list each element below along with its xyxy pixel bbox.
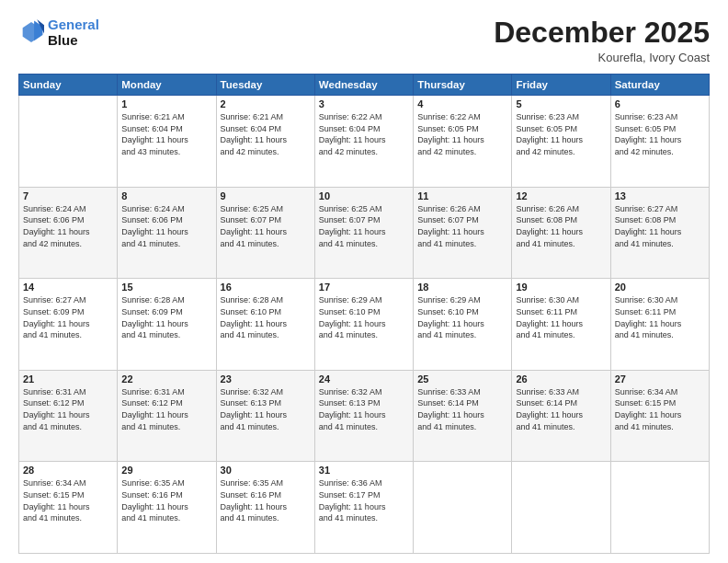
calendar-week-row: 21Sunrise: 6:31 AM Sunset: 6:12 PM Dayli… [19, 370, 710, 462]
calendar-cell [610, 462, 709, 554]
calendar-cell: 28Sunrise: 6:34 AM Sunset: 6:15 PM Dayli… [19, 462, 118, 554]
calendar-cell: 21Sunrise: 6:31 AM Sunset: 6:12 PM Dayli… [19, 370, 118, 462]
day-info: Sunrise: 6:22 AM Sunset: 6:05 PM Dayligh… [417, 111, 507, 157]
calendar-cell: 13Sunrise: 6:27 AM Sunset: 6:08 PM Dayli… [610, 187, 709, 279]
day-number: 7 [23, 190, 113, 201]
day-info: Sunrise: 6:31 AM Sunset: 6:12 PM Dayligh… [121, 386, 211, 432]
day-info: Sunrise: 6:27 AM Sunset: 6:09 PM Dayligh… [23, 294, 113, 340]
day-number: 4 [417, 98, 507, 109]
calendar-cell: 10Sunrise: 6:25 AM Sunset: 6:07 PM Dayli… [314, 187, 413, 279]
calendar-cell [414, 462, 512, 554]
day-number: 13 [615, 190, 705, 201]
day-info: Sunrise: 6:30 AM Sunset: 6:11 PM Dayligh… [615, 294, 705, 340]
page: General Blue December 2025 Kourefla, Ivo… [0, 0, 728, 563]
day-number: 1 [121, 98, 211, 109]
calendar-cell: 9Sunrise: 6:25 AM Sunset: 6:07 PM Daylig… [216, 187, 314, 279]
day-info: Sunrise: 6:31 AM Sunset: 6:12 PM Dayligh… [23, 386, 113, 432]
day-number: 5 [516, 98, 606, 109]
day-number: 31 [319, 465, 409, 476]
header: General Blue December 2025 Kourefla, Ivo… [18, 17, 710, 64]
day-info: Sunrise: 6:21 AM Sunset: 6:04 PM Dayligh… [121, 111, 211, 157]
calendar-cell: 4Sunrise: 6:22 AM Sunset: 6:05 PM Daylig… [414, 96, 512, 188]
calendar-cell: 2Sunrise: 6:21 AM Sunset: 6:04 PM Daylig… [216, 96, 314, 188]
day-info: Sunrise: 6:24 AM Sunset: 6:06 PM Dayligh… [23, 203, 113, 249]
day-number: 6 [615, 98, 705, 109]
calendar-cell: 15Sunrise: 6:28 AM Sunset: 6:09 PM Dayli… [118, 279, 216, 371]
calendar-cell: 20Sunrise: 6:30 AM Sunset: 6:11 PM Dayli… [610, 279, 709, 371]
day-info: Sunrise: 6:33 AM Sunset: 6:14 PM Dayligh… [417, 386, 507, 432]
day-number: 22 [121, 373, 211, 385]
weekday-header: Wednesday [314, 75, 413, 96]
day-number: 8 [121, 190, 211, 201]
calendar-cell: 31Sunrise: 6:36 AM Sunset: 6:17 PM Dayli… [314, 462, 413, 554]
weekday-header: Sunday [19, 75, 118, 96]
day-info: Sunrise: 6:25 AM Sunset: 6:07 PM Dayligh… [319, 203, 409, 249]
day-info: Sunrise: 6:22 AM Sunset: 6:04 PM Dayligh… [319, 111, 409, 157]
day-number: 28 [23, 465, 113, 476]
location: Kourefla, Ivory Coast [494, 51, 710, 64]
day-number: 2 [221, 98, 311, 109]
day-number: 27 [615, 373, 705, 385]
day-number: 11 [417, 190, 507, 201]
logo-line2: Blue [48, 32, 99, 48]
day-info: Sunrise: 6:33 AM Sunset: 6:14 PM Dayligh… [516, 386, 606, 432]
day-info: Sunrise: 6:35 AM Sunset: 6:16 PM Dayligh… [221, 477, 311, 523]
day-info: Sunrise: 6:29 AM Sunset: 6:10 PM Dayligh… [319, 294, 409, 340]
day-number: 24 [319, 373, 409, 385]
calendar-cell: 12Sunrise: 6:26 AM Sunset: 6:08 PM Dayli… [512, 187, 610, 279]
day-number: 30 [221, 465, 311, 476]
calendar-cell: 23Sunrise: 6:32 AM Sunset: 6:13 PM Dayli… [216, 370, 314, 462]
day-info: Sunrise: 6:28 AM Sunset: 6:10 PM Dayligh… [221, 294, 311, 340]
day-info: Sunrise: 6:36 AM Sunset: 6:17 PM Dayligh… [319, 477, 409, 523]
day-info: Sunrise: 6:23 AM Sunset: 6:05 PM Dayligh… [516, 111, 606, 157]
calendar-cell: 7Sunrise: 6:24 AM Sunset: 6:06 PM Daylig… [19, 187, 118, 279]
calendar-cell: 25Sunrise: 6:33 AM Sunset: 6:14 PM Dayli… [414, 370, 512, 462]
calendar-cell: 1Sunrise: 6:21 AM Sunset: 6:04 PM Daylig… [118, 96, 216, 188]
day-number: 19 [516, 282, 606, 293]
logo-text: General Blue [48, 17, 99, 49]
calendar-cell: 5Sunrise: 6:23 AM Sunset: 6:05 PM Daylig… [512, 96, 610, 188]
logo-icon [18, 19, 44, 45]
calendar-table: SundayMondayTuesdayWednesdayThursdayFrid… [18, 74, 710, 554]
logo-line1: General [48, 17, 99, 32]
weekday-header: Thursday [414, 75, 512, 96]
day-info: Sunrise: 6:32 AM Sunset: 6:13 PM Dayligh… [221, 386, 311, 432]
day-number: 26 [516, 373, 606, 385]
day-number: 23 [221, 373, 311, 385]
day-info: Sunrise: 6:34 AM Sunset: 6:15 PM Dayligh… [23, 477, 113, 523]
calendar-cell: 27Sunrise: 6:34 AM Sunset: 6:15 PM Dayli… [610, 370, 709, 462]
calendar-cell: 16Sunrise: 6:28 AM Sunset: 6:10 PM Dayli… [216, 279, 314, 371]
calendar-cell: 29Sunrise: 6:35 AM Sunset: 6:16 PM Dayli… [118, 462, 216, 554]
calendar-cell [512, 462, 610, 554]
day-info: Sunrise: 6:32 AM Sunset: 6:13 PM Dayligh… [319, 386, 409, 432]
day-number: 14 [23, 282, 113, 293]
calendar-header-row: SundayMondayTuesdayWednesdayThursdayFrid… [19, 75, 710, 96]
weekday-header: Monday [118, 75, 216, 96]
calendar-cell: 3Sunrise: 6:22 AM Sunset: 6:04 PM Daylig… [314, 96, 413, 188]
day-number: 12 [516, 190, 606, 201]
day-number: 9 [221, 190, 311, 201]
weekday-header: Friday [512, 75, 610, 96]
calendar-week-row: 7Sunrise: 6:24 AM Sunset: 6:06 PM Daylig… [19, 187, 710, 279]
day-info: Sunrise: 6:34 AM Sunset: 6:15 PM Dayligh… [615, 386, 705, 432]
calendar-week-row: 14Sunrise: 6:27 AM Sunset: 6:09 PM Dayli… [19, 279, 710, 371]
day-number: 29 [121, 465, 211, 476]
calendar-cell: 18Sunrise: 6:29 AM Sunset: 6:10 PM Dayli… [414, 279, 512, 371]
day-info: Sunrise: 6:35 AM Sunset: 6:16 PM Dayligh… [121, 477, 211, 523]
logo: General Blue [18, 17, 99, 49]
day-number: 17 [319, 282, 409, 293]
day-number: 16 [221, 282, 311, 293]
day-number: 20 [615, 282, 705, 293]
day-info: Sunrise: 6:21 AM Sunset: 6:04 PM Dayligh… [221, 111, 311, 157]
day-number: 21 [23, 373, 113, 385]
day-info: Sunrise: 6:27 AM Sunset: 6:08 PM Dayligh… [615, 203, 705, 249]
day-info: Sunrise: 6:26 AM Sunset: 6:07 PM Dayligh… [417, 203, 507, 249]
calendar-cell: 8Sunrise: 6:24 AM Sunset: 6:06 PM Daylig… [118, 187, 216, 279]
day-number: 3 [319, 98, 409, 109]
day-info: Sunrise: 6:23 AM Sunset: 6:05 PM Dayligh… [615, 111, 705, 157]
calendar-week-row: 28Sunrise: 6:34 AM Sunset: 6:15 PM Dayli… [19, 462, 710, 554]
calendar-cell: 14Sunrise: 6:27 AM Sunset: 6:09 PM Dayli… [19, 279, 118, 371]
day-number: 15 [121, 282, 211, 293]
calendar-cell: 26Sunrise: 6:33 AM Sunset: 6:14 PM Dayli… [512, 370, 610, 462]
calendar-cell: 11Sunrise: 6:26 AM Sunset: 6:07 PM Dayli… [414, 187, 512, 279]
